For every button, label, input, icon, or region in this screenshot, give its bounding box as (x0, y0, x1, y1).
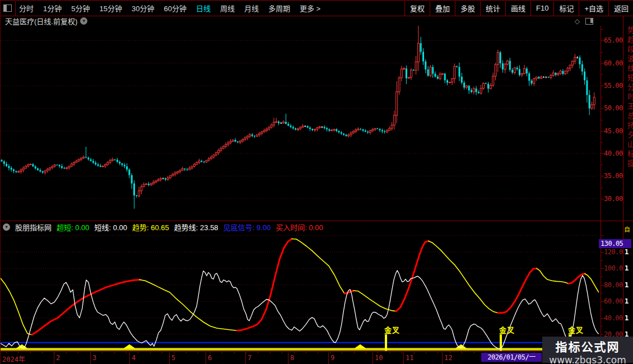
month-separator (373, 352, 373, 364)
tool-button-+自选[interactable]: +自选 (579, 3, 608, 13)
price-axis-label: 35.00 (604, 172, 623, 180)
period-tab-30分钟[interactable]: 30分钟 (132, 3, 154, 13)
price-axis-tick (601, 188, 603, 188)
time-axis-tick (342, 352, 342, 353)
split-pane-icon[interactable] (585, 18, 593, 25)
indicator-axis-tick (601, 268, 604, 269)
toolbar-tools: 复权叠加多股统计画线F10标记+自选返回 (404, 1, 633, 16)
indicator-axis-tick (601, 318, 604, 319)
watermark: 指标公式网 www.zbgs3.com (542, 337, 633, 363)
time-axis-tick (186, 352, 187, 353)
tool-button-叠加[interactable]: 叠加 (430, 3, 455, 13)
time-axis-tick (426, 352, 426, 353)
month-separator (54, 352, 54, 364)
collapse-chevron-icon[interactable]: ▾ (3, 223, 10, 231)
time-axis-tick (462, 352, 462, 353)
tool-button-多股[interactable]: 多股 (455, 3, 480, 13)
time-axis-tick (474, 352, 474, 353)
time-axis-tick (258, 352, 258, 353)
golden-cross-label: 金叉 (499, 324, 515, 335)
period-tab-分时[interactable]: 分时 (19, 3, 34, 13)
month-separator (328, 352, 329, 364)
time-axis-tick (210, 352, 211, 353)
price-axis-tick (601, 86, 604, 86)
indicator-field-短线: 短线: 0.00 (95, 222, 128, 232)
month-label-7: 7 (248, 354, 252, 362)
indicator-axis-tick (601, 252, 604, 253)
indicator-axis-tick (601, 285, 604, 286)
period-tab-5分钟[interactable]: 5分钟 (71, 3, 90, 13)
toolbar-divider (15, 1, 16, 16)
month-separator (206, 352, 206, 364)
price-axis-tick (601, 29, 603, 30)
time-axis-tick (114, 352, 115, 353)
indicator-header: ▾ 股朋指标网 超短: 0.00短线: 0.00趋势: 60.65趋势线: 23… (3, 222, 328, 231)
period-tab-60分钟[interactable]: 60分钟 (164, 3, 186, 13)
month-separator (442, 352, 443, 364)
price-axis-tick (601, 63, 604, 64)
indicator-values: 超短: 0.00短线: 0.00趋势: 60.65趋势线: 23.58见底信号:… (57, 222, 328, 232)
watermark-url: www.zbgs3.com (542, 354, 633, 364)
axis-border (601, 26, 601, 364)
diamond-icon[interactable]: ◇ (575, 17, 580, 25)
time-axis-tick (402, 352, 402, 353)
price-axis-tick (601, 142, 603, 143)
month-separator (90, 352, 91, 364)
period-tab-日线[interactable]: 日线 (196, 3, 211, 13)
tool-button-返回[interactable]: 返回 (609, 3, 633, 13)
panel-divider (1, 221, 633, 221)
top-toolbar: 分时1分钟5分钟15分钟30分钟60分钟日线周线月线多周期更多 > 复权叠加多股… (1, 1, 633, 16)
tool-button-标记[interactable]: 标记 (554, 3, 579, 13)
period-tabs: 分时1分钟5分钟15分钟30分钟60分钟日线周线月线多周期更多 > (19, 3, 320, 13)
candlestick-chart[interactable] (1, 26, 599, 221)
indicator-axis-tick (601, 326, 603, 326)
time-axis-tick (378, 352, 378, 353)
tool-button-统计[interactable]: 统计 (481, 3, 505, 13)
price-axis-tick (601, 52, 603, 53)
time-axis-tick (270, 352, 271, 353)
month-label-2: 2 (56, 354, 60, 362)
time-axis-tick (390, 352, 390, 353)
time-axis-tick (414, 352, 415, 353)
month-label-3: 3 (92, 354, 96, 362)
indicator-axis-label: 100.0 (604, 264, 623, 272)
price-axis-label: 55.00 (604, 82, 623, 90)
indicator-axis-tick (601, 293, 603, 293)
time-axis-tick (102, 352, 103, 353)
price-axis-label: 30.00 (604, 195, 623, 203)
time-axis-tick (282, 352, 282, 353)
price-axis-tick (601, 97, 603, 97)
month-label-12: 12 (444, 354, 452, 362)
indicator-axis-tick (601, 310, 603, 310)
clipped-digit: 1 (625, 248, 629, 256)
clipped-digit: 1 (625, 314, 629, 322)
price-axis-tick (601, 40, 604, 41)
time-axis-tick (66, 352, 67, 353)
indicator-axis-tick (601, 260, 603, 261)
period-tab-月线[interactable]: 月线 (244, 3, 259, 13)
golden-cross-label: 金叉 (384, 324, 400, 335)
price-axis-label: 45.00 (604, 127, 623, 135)
period-tab-周线[interactable]: 周线 (220, 3, 235, 13)
window-split-icon[interactable] (3, 4, 12, 12)
price-axis-tick (601, 108, 604, 109)
period-tab-1分钟[interactable]: 1分钟 (43, 3, 62, 13)
right-clipped-strip: 势趋段波线短分时王总持夕山标提 自 111111 (623, 16, 633, 364)
time-axis-tick (150, 352, 151, 353)
clipped-digit: 1 (625, 264, 629, 272)
indicator-axis-tick (601, 235, 604, 236)
price-axis-tick (601, 165, 603, 165)
tool-button-画线[interactable]: 画线 (506, 3, 530, 13)
time-axis-tick (246, 352, 246, 353)
app-window: 分时1分钟5分钟15分钟30分钟60分钟日线周线月线多周期更多 > 复权叠加多股… (0, 0, 633, 364)
month-label-9: 9 (331, 354, 334, 362)
period-tab-多周期[interactable]: 多周期 (268, 3, 290, 13)
chevron-down-icon[interactable]: ▾ (80, 17, 87, 25)
indicator-name[interactable]: 股朋指标网 (15, 222, 52, 232)
period-tab-更多 >[interactable]: 更多 > (300, 3, 320, 13)
indicator-axis-label: 40.00 (604, 314, 623, 322)
tool-button-F10[interactable]: F10 (531, 4, 553, 12)
time-axis-tick (138, 352, 138, 353)
period-tab-15分钟[interactable]: 15分钟 (99, 3, 122, 13)
tool-button-复权[interactable]: 复权 (405, 3, 430, 13)
